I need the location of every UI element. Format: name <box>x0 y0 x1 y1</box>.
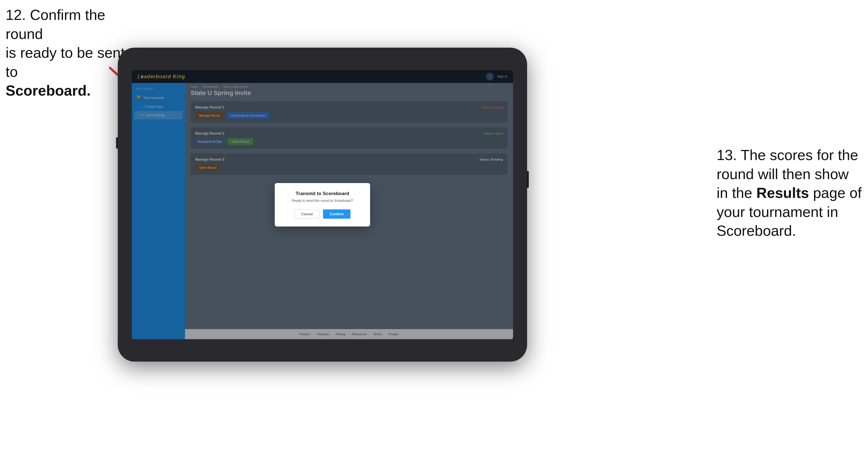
side-button-right <box>527 171 529 188</box>
modal-box: Transmit to Scoreboard Ready to send thi… <box>275 183 370 226</box>
modal-overlay: Transmit to Scoreboard Ready to send thi… <box>132 70 513 339</box>
annotation-bold-results: Results <box>756 185 809 201</box>
annotation-bold-scoreboard: Scoreboard. <box>6 83 91 99</box>
tablet-device: L eaderboard King 👤 Sign in MAIN MENU 🏆 … <box>118 48 527 362</box>
modal-title: Transmit to Scoreboard <box>284 191 361 196</box>
modal-buttons: Cancel Confirm <box>284 209 361 219</box>
modal-subtitle: Ready to send this round to Scoreboard? <box>284 199 361 203</box>
annotation-right: 13. The scores for the round will then s… <box>717 146 862 241</box>
modal-cancel-button[interactable]: Cancel <box>294 209 320 219</box>
tablet-screen: L eaderboard King 👤 Sign in MAIN MENU 🏆 … <box>132 70 513 339</box>
modal-confirm-button[interactable]: Confirm <box>323 209 350 219</box>
side-button-left <box>116 137 118 149</box>
